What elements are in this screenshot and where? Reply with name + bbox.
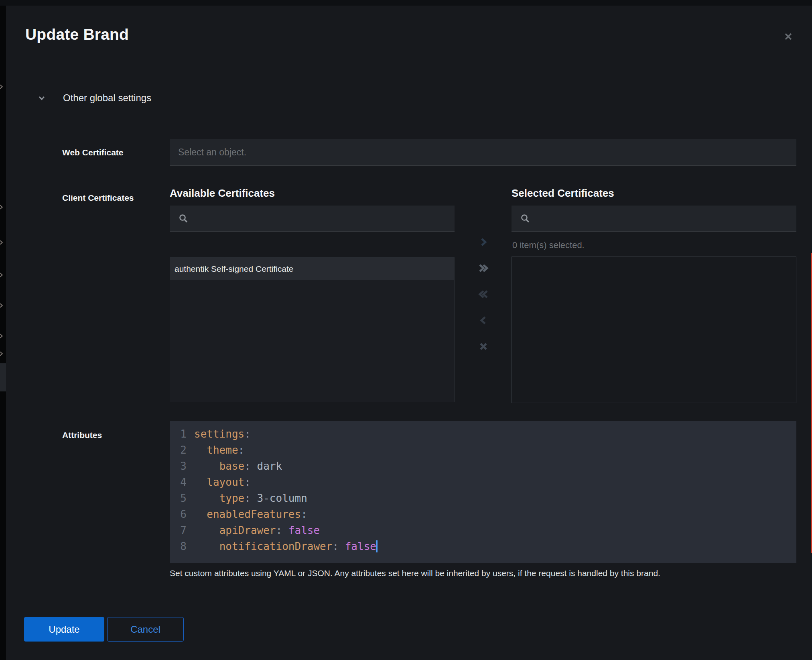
code-line: 4 layout: xyxy=(170,474,796,490)
attributes-label: Attributes xyxy=(62,430,102,440)
sidebar-item-partial xyxy=(0,239,4,247)
chevron-right-icon xyxy=(0,239,4,246)
selected-count-status: 0 item(s) selected. xyxy=(512,240,585,251)
double-angle-right-icon xyxy=(477,262,489,274)
modal-title: Update Brand xyxy=(25,26,129,43)
transfer-controls xyxy=(475,233,492,355)
sidebar-highlight-row xyxy=(0,363,6,391)
chevron-right-icon xyxy=(0,302,4,309)
chevron-right-icon xyxy=(0,84,4,90)
attributes-editor[interactable]: 1settings:2 theme:3 base: dark4 layout:5… xyxy=(170,421,796,563)
double-angle-left-icon xyxy=(477,288,489,300)
code-line: 8 notificationDrawer: false xyxy=(170,538,796,554)
chevron-right-icon xyxy=(0,350,4,357)
selected-certificates-heading: Selected Certificates xyxy=(512,187,614,200)
x-mark-icon xyxy=(477,340,489,352)
cancel-button[interactable]: Cancel xyxy=(107,617,184,642)
search-icon xyxy=(178,213,189,224)
text-caret xyxy=(376,540,378,552)
selected-list[interactable] xyxy=(512,257,796,403)
sidebar-item-partial xyxy=(0,350,4,359)
line-number: 1 xyxy=(170,426,187,442)
list-item[interactable]: authentik Self-signed Certificate xyxy=(170,258,454,280)
line-number: 7 xyxy=(170,522,187,538)
chevron-right-icon xyxy=(0,204,4,210)
line-number: 4 xyxy=(170,474,187,490)
sidebar-item-partial xyxy=(0,272,4,280)
update-button[interactable]: Update xyxy=(24,617,104,642)
selected-search-input[interactable] xyxy=(536,206,794,232)
close-button[interactable] xyxy=(780,28,797,46)
angle-right-icon xyxy=(477,236,489,248)
selected-search xyxy=(512,206,796,232)
sidebar-item-partial xyxy=(0,84,4,92)
code-line: 5 type: 3-column xyxy=(170,490,796,506)
line-number: 2 xyxy=(170,442,187,458)
code-line: 1settings: xyxy=(170,426,796,442)
available-certificates-heading: Available Certificates xyxy=(170,187,275,200)
search-icon xyxy=(520,213,531,224)
remove-selected-button[interactable] xyxy=(475,312,492,329)
code-line: 7 apiDrawer: false xyxy=(170,522,796,538)
available-search xyxy=(170,206,455,232)
add-all-button[interactable] xyxy=(475,259,492,277)
code-line: 2 theme: xyxy=(170,442,796,458)
sidebar-item-partial xyxy=(0,333,4,341)
client-certificates-label: Client Certificates xyxy=(62,193,134,203)
available-search-input[interactable] xyxy=(194,206,452,232)
expander-label: Other global settings xyxy=(63,92,151,104)
angle-left-icon xyxy=(477,314,489,326)
update-brand-modal: Update Brand Other global settings Web C… xyxy=(6,6,812,660)
line-number: 5 xyxy=(170,490,187,506)
sidebar-item-partial xyxy=(0,302,4,310)
attributes-help-text: Set custom attributes using YAML or JSON… xyxy=(170,568,780,578)
chevron-right-icon xyxy=(0,272,4,278)
chevron-down-icon xyxy=(37,93,47,103)
page: Update Brand Other global settings Web C… xyxy=(0,0,812,660)
add-selected-button[interactable] xyxy=(475,233,492,251)
code-line: 6 enabledFeatures: xyxy=(170,506,796,522)
sidebar-sliver xyxy=(0,6,6,660)
available-list[interactable]: authentik Self-signed Certificate xyxy=(170,257,455,402)
code-line: 3 base: dark xyxy=(170,458,796,474)
sidebar-item-partial xyxy=(0,204,4,212)
line-number: 6 xyxy=(170,506,187,522)
remove-all-button[interactable] xyxy=(475,285,492,303)
clear-button[interactable] xyxy=(475,338,492,355)
close-icon xyxy=(784,32,793,41)
line-number: 3 xyxy=(170,458,187,474)
line-number: 8 xyxy=(170,538,187,554)
attributes-code-lines: 1settings:2 theme:3 base: dark4 layout:5… xyxy=(170,426,796,554)
expander-other-global-settings[interactable]: Other global settings xyxy=(37,92,151,104)
chevron-right-icon xyxy=(0,333,4,339)
web-certificate-label: Web Certificate xyxy=(62,148,124,157)
web-certificate-input[interactable] xyxy=(170,139,796,165)
